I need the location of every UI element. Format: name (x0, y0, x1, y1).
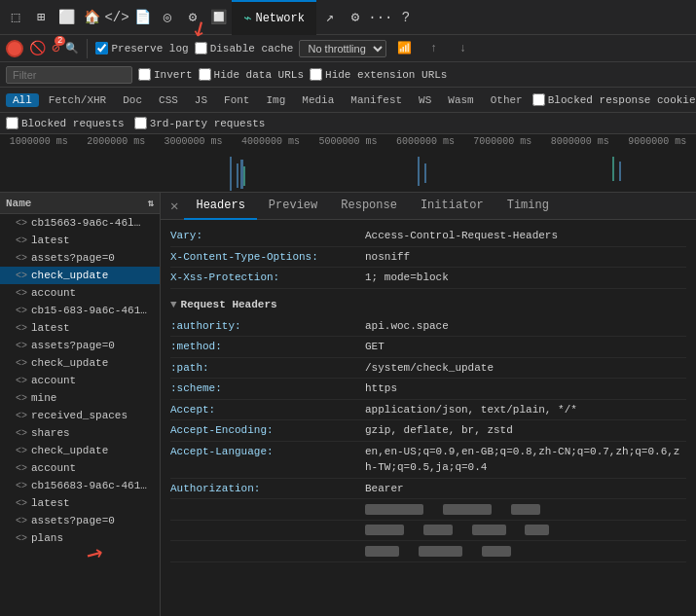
item-icon: <> (16, 341, 27, 351)
blocked-requests-checkbox[interactable] (6, 117, 18, 129)
type-btn-doc[interactable]: Doc (116, 93, 149, 107)
list-item[interactable]: <>latest (0, 319, 160, 337)
icon-help[interactable]: ? (394, 6, 418, 29)
type-btn-js[interactable]: JS (188, 93, 214, 107)
type-btn-fetch-xhr[interactable]: Fetch/XHR (42, 93, 113, 107)
icon-square[interactable]: ⬜ (55, 6, 78, 29)
list-item[interactable]: <>mine (0, 389, 160, 407)
item-icon: <> (16, 376, 27, 386)
extra-filters-row: Blocked requests 3rd-party requests (0, 113, 696, 134)
download-icon[interactable]: ↓ (451, 37, 474, 60)
type-btn-all[interactable]: All (6, 93, 39, 107)
wifi-icon[interactable]: 📶 (392, 37, 416, 60)
icon-pointer[interactable]: ↗ (318, 6, 342, 29)
network-tab[interactable]: ⌁ Network (232, 0, 316, 35)
section-arrow: ▼ (170, 299, 177, 310)
header-key: X-Content-Type-Options: (170, 249, 365, 266)
timeline-label: 2000000 ms (77, 136, 154, 147)
detail-tab-preview[interactable]: Preview (257, 193, 329, 220)
icon-app[interactable]: 🔲 (206, 6, 230, 29)
separator1 (87, 39, 88, 58)
throttle-select[interactable]: No throttling Slow 3G Fast 3G (299, 40, 386, 57)
list-item[interactable]: <>received_spaces (0, 407, 160, 424)
preserve-log-checkbox[interactable] (95, 42, 108, 54)
request-header-row: Authorization:Bearer (170, 479, 686, 500)
blocked-cookies-text: Blocked response cookies (548, 94, 696, 106)
upload-icon[interactable]: ↑ (421, 37, 445, 60)
detail-tab-timing[interactable]: Timing (495, 193, 561, 220)
list-item[interactable]: <>cb156683-9a6c-461… (0, 477, 160, 494)
item-name: check_update (31, 445, 108, 456)
item-icon: <> (16, 446, 27, 456)
icon-inspect2[interactable]: ⊞ (29, 6, 53, 29)
blocked-cookies-label[interactable]: Blocked response cookies (532, 93, 696, 106)
list-item[interactable]: <>check_update (0, 354, 160, 372)
list-item[interactable]: <>plans (0, 529, 160, 547)
item-name: latest (31, 497, 70, 509)
type-btn-img[interactable]: Img (259, 93, 292, 107)
type-btn-wasm[interactable]: Wasm (441, 93, 480, 107)
list-item[interactable]: <>cb15-683-9a6c-461… (0, 302, 160, 319)
header-val: application/json, text/plain, */* (365, 402, 686, 418)
list-item[interactable]: <>check_update (0, 442, 160, 459)
header-val: 1; mode=block (365, 270, 686, 286)
icon-source[interactable]: </> (105, 6, 128, 29)
header-val: GET (365, 339, 686, 355)
item-icon: <> (16, 306, 27, 316)
item-name: assets?page=0 (31, 252, 115, 264)
search-button[interactable]: 🔍 (65, 42, 79, 54)
disable-cache-text: Disable cache (210, 43, 294, 54)
list-item[interactable]: <>shares (0, 424, 160, 442)
header-val: en,en-US;q=0.9,en-GB;q=0.8,zh-CN;q=0.7,z… (365, 444, 686, 476)
third-party-checkbox[interactable] (134, 117, 147, 129)
detail-tab-headers[interactable]: Headers (184, 193, 256, 220)
list-item[interactable]: <>assets?page=0 (0, 337, 160, 354)
type-btn-css[interactable]: CSS (152, 93, 185, 107)
type-btn-manifest[interactable]: Manifest (344, 93, 409, 107)
detail-tab-response[interactable]: Response (329, 193, 409, 220)
icon-inspect[interactable]: ⬚ (4, 6, 27, 29)
main-split: Name ⇅ <>cb15663-9a6c-46l…<>latest<>asse… (0, 193, 696, 616)
list-resize-handle[interactable]: ⇅ (147, 197, 154, 209)
list-item[interactable]: <>cb15663-9a6c-46l… (0, 214, 160, 232)
type-btn-other[interactable]: Other (484, 93, 530, 107)
disable-cache-checkbox[interactable] (195, 42, 207, 54)
icon-home[interactable]: 🏠 (80, 6, 103, 29)
header-key: Accept-Language: (170, 444, 365, 476)
icon-more[interactable]: ··· (369, 6, 392, 29)
hide-data-urls-label[interactable]: Hide data URLs (199, 68, 304, 81)
type-btn-media[interactable]: Media (295, 93, 341, 107)
disable-cache-label[interactable]: Disable cache (195, 42, 294, 54)
icon-settings[interactable]: ⚙ (344, 6, 367, 29)
list-item[interactable]: <>latest (0, 494, 160, 512)
list-item[interactable]: <>latest (0, 232, 160, 249)
header-key: X-Xss-Protection: (170, 270, 365, 286)
invert-checkbox[interactable] (138, 68, 151, 81)
hide-data-urls-checkbox[interactable] (199, 68, 211, 81)
list-item[interactable]: <>account (0, 372, 160, 389)
type-btn-ws[interactable]: WS (412, 93, 438, 107)
list-item[interactable]: <>assets?page=0 (0, 512, 160, 529)
hide-ext-checkbox[interactable] (310, 68, 322, 81)
list-item[interactable]: <>assets?page=0 (0, 249, 160, 267)
close-detail-button[interactable]: ✕ (165, 198, 184, 214)
icon-gear[interactable]: ⚙ (181, 6, 204, 29)
filter-input[interactable] (6, 66, 132, 84)
list-item[interactable]: <>account (0, 459, 160, 477)
list-item[interactable]: <>check_update (0, 267, 160, 284)
icon-doc[interactable]: 📄 (130, 6, 154, 29)
icon-perf[interactable]: ◎ (156, 6, 179, 29)
item-name: received_spaces (31, 410, 128, 421)
detail-tab-initiator[interactable]: Initiator (409, 193, 495, 220)
clear-button[interactable]: 🚫 (29, 40, 46, 56)
blocked-cookies-checkbox[interactable] (532, 93, 545, 106)
list-item[interactable]: <>account (0, 284, 160, 302)
hide-ext-label[interactable]: Hide extension URLs (310, 68, 447, 81)
third-party-label[interactable]: 3rd-party requests (134, 117, 266, 129)
request-headers-section[interactable]: ▼ Request Headers (170, 297, 686, 312)
record-button[interactable] (6, 40, 23, 57)
preserve-log-label[interactable]: Preserve log (95, 42, 188, 54)
type-btn-font[interactable]: Font (217, 93, 256, 107)
invert-label[interactable]: Invert (138, 68, 193, 81)
blocked-requests-label[interactable]: Blocked requests (6, 117, 125, 129)
